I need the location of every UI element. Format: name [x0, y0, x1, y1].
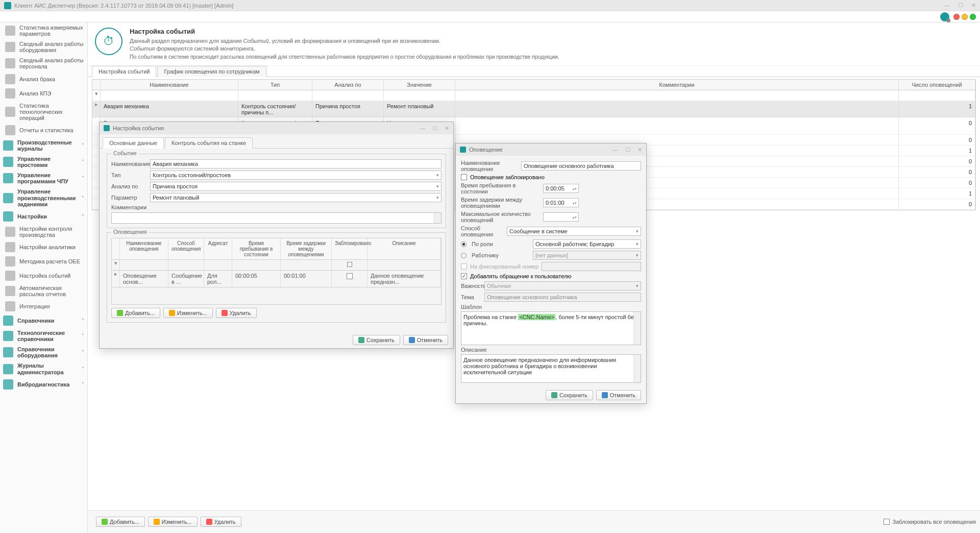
user-icon[interactable]: [940, 12, 949, 21]
col-analysis[interactable]: Анализ по: [312, 80, 384, 90]
notif-desc-textarea[interactable]: Данное оповещение предназначено для инфо…: [461, 354, 641, 383]
group-icon: [3, 316, 13, 326]
dlg2-max-icon[interactable]: ☐: [625, 147, 630, 153]
grid-filter-row[interactable]: ▾: [92, 90, 975, 101]
col-name[interactable]: Наименование: [101, 80, 238, 90]
row-blocked-checkbox[interactable]: [347, 273, 353, 279]
dlg-add-button[interactable]: Добавить...: [111, 308, 160, 318]
dlg-save-button[interactable]: Сохранить: [353, 335, 400, 345]
edit-button[interactable]: Изменить...: [148, 517, 198, 527]
close-icon[interactable]: ✕: [971, 2, 976, 9]
sidebar-item[interactable]: Анализ брака: [0, 72, 87, 86]
sidebar-item[interactable]: Анализ КПЭ: [0, 86, 87, 101]
notif-appeal-checkbox[interactable]: [461, 273, 467, 279]
sidebar-group[interactable]: Журналы администратора˅: [0, 360, 87, 377]
notif-role-select[interactable]: Основной работник; Бригадир: [533, 239, 641, 249]
maximize-icon[interactable]: ☐: [958, 2, 963, 9]
dialog-icon: [104, 125, 110, 131]
tab-schedule[interactable]: График оповещения по сотрудникам: [157, 66, 266, 77]
sidebar-subitem[interactable]: Методика расчета OEE: [0, 254, 87, 269]
minimize-icon[interactable]: —: [944, 2, 950, 9]
sidebar-subitem[interactable]: Автоматическая рассылка отчетов: [0, 283, 87, 299]
sidebar-group[interactable]: Вибродиагностика˅: [0, 377, 87, 392]
dlg-edit-button[interactable]: Изменить...: [163, 308, 213, 318]
notif-role-radio[interactable]: [461, 241, 467, 247]
notif-template-textarea[interactable]: Проблема на станке <CNC.Name>, более 5-т…: [461, 311, 641, 345]
dlg-delete-button[interactable]: Удалить: [216, 308, 257, 318]
subitem-icon: [5, 271, 15, 281]
dialog-titlebar[interactable]: Настройка события —☐✕: [100, 122, 453, 134]
dlg-close-icon[interactable]: ✕: [445, 125, 449, 132]
sidebar-subitem[interactable]: Настройка событий: [0, 269, 87, 283]
delete-button[interactable]: Удалить: [201, 517, 241, 527]
group-icon: [3, 173, 13, 183]
event-param-select[interactable]: Ремонт плановый: [150, 193, 442, 202]
dlg-tab-control[interactable]: Контроль события на станке: [165, 137, 253, 149]
event-analysis-select[interactable]: Причина простоя: [150, 182, 442, 191]
table-row[interactable]: ▸ Авария механика Контроль состояния/при…: [92, 101, 975, 118]
save-icon: [358, 337, 364, 343]
event-comment-input[interactable]: [111, 212, 442, 224]
dlg2-save-button[interactable]: Сохранить: [546, 390, 593, 400]
block-all-checkbox[interactable]: [884, 519, 890, 525]
desc-label: Описание: [461, 347, 641, 353]
dlg2-min-icon[interactable]: —: [612, 147, 618, 153]
inner-filter-row[interactable]: ▾: [111, 260, 442, 271]
sidebar-item[interactable]: Сводный анализ работы оборудования: [0, 39, 87, 55]
chevron-down-icon: ˅: [82, 367, 84, 372]
event-name-input[interactable]: [150, 159, 442, 168]
dlg2-cancel-button[interactable]: Отменить: [596, 390, 641, 400]
chevron-down-icon: ˅: [82, 350, 84, 355]
chevron-down-icon: ˅: [82, 143, 84, 148]
filter-blocked-icon: [347, 262, 352, 267]
sidebar-subitem[interactable]: Интеграция: [0, 299, 87, 313]
page-footer: Добавить... Изменить... Удалить Заблокир…: [88, 510, 980, 533]
dlg2-close-icon[interactable]: ✕: [638, 147, 642, 153]
notif-way-select[interactable]: Сообщение в системе: [507, 227, 641, 236]
sidebar-item[interactable]: Статистика измеряемых параметров: [0, 22, 87, 39]
event-type-select[interactable]: Контроль состояний/простоев: [150, 171, 442, 180]
sidebar-group[interactable]: Справочники˅: [0, 313, 87, 328]
dlg-max-icon[interactable]: ☐: [432, 125, 437, 132]
chevron-down-icon: ˅: [82, 333, 84, 338]
dlg-cancel-button[interactable]: Отменить: [403, 335, 448, 345]
subitem-icon: [5, 227, 15, 237]
notif-max-spinner[interactable]: [543, 212, 579, 222]
notif-name-input[interactable]: [521, 161, 641, 171]
chevron-down-icon: ˅: [82, 176, 84, 181]
tab-event-settings[interactable]: Настройка событий: [92, 66, 156, 77]
sidebar-item[interactable]: Статистика технологических операций: [0, 101, 87, 123]
dlg2-titlebar[interactable]: Оповещение —☐✕: [456, 143, 646, 156]
dlg-tab-main[interactable]: Основные данные: [103, 137, 164, 149]
chevron-down-icon: ˅: [82, 382, 84, 387]
sidebar-group[interactable]: Управление простоями˅: [0, 154, 87, 170]
col-type[interactable]: Тип: [238, 80, 312, 90]
inner-grid-row[interactable]: ▸ Оповещение основ... Сообщение в ... Дл…: [111, 271, 442, 287]
notif-worker-select: [нет данных]: [533, 251, 641, 260]
window-titlebar: Клиент АИС Диспетчер (Версия: 2.4.117.10…: [0, 0, 980, 11]
sidebar-group[interactable]: Технологические справочники˅: [0, 328, 87, 344]
col-count[interactable]: Число оповещений: [899, 80, 975, 90]
sidebar-subitem[interactable]: Настройки контроля производства: [0, 224, 87, 240]
add-button[interactable]: Добавить...: [96, 517, 145, 527]
notif-t2-spinner[interactable]: 0:01:00: [543, 198, 579, 207]
sidebar-group[interactable]: Производственные журналы˅: [0, 137, 87, 154]
col-value[interactable]: Значение: [384, 80, 455, 90]
sidebar-item[interactable]: Отчеты и статистика: [0, 123, 87, 137]
notif-t1-spinner[interactable]: 0:00:05: [543, 184, 579, 193]
sidebar-group[interactable]: Настройки˄: [0, 209, 87, 224]
sidebar-group[interactable]: Управление программами ЧПУ˅: [0, 170, 87, 186]
col-comment[interactable]: Комментарии: [455, 80, 899, 90]
sidebar-item[interactable]: Сводный анализ работы персонала: [0, 55, 87, 71]
dlg2-icon: [460, 147, 466, 153]
subitem-icon: [5, 242, 15, 252]
sidebar-subitem[interactable]: Настройки аналитики: [0, 240, 87, 254]
report-icon: [5, 74, 15, 84]
notif-blocked-checkbox[interactable]: [461, 174, 467, 180]
sidebar-group[interactable]: Управление производственными заданиями˅: [0, 186, 87, 209]
notif-worker-radio[interactable]: [461, 253, 467, 258]
notif-subject-input: [484, 293, 641, 302]
sidebar-group[interactable]: Справочники оборудования˅: [0, 344, 87, 360]
dlg-min-icon[interactable]: —: [420, 125, 425, 132]
report-icon: [5, 107, 15, 117]
